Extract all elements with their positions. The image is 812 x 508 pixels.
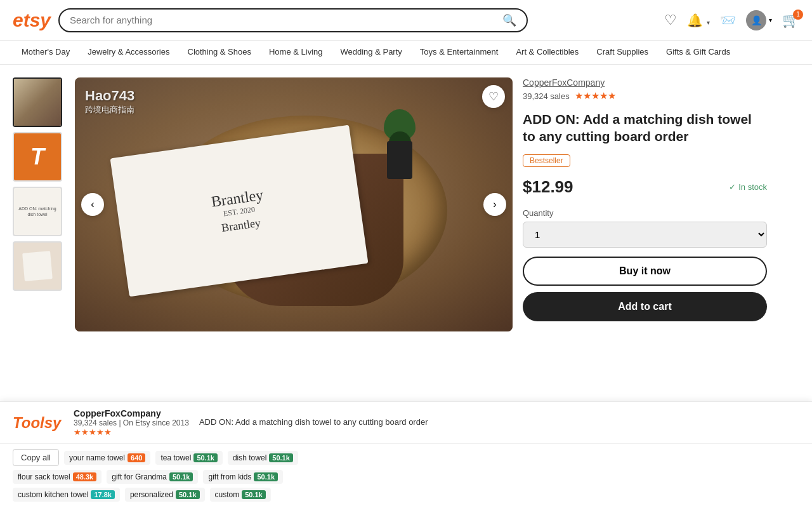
tag-dish-towel[interactable]: dish towel 50.1k bbox=[228, 451, 298, 459]
product-title: ADD ON: Add a matching dish towel to any… bbox=[523, 110, 767, 145]
tag-your-name-towel[interactable]: your name towel 640 bbox=[64, 451, 150, 459]
nav-item-art[interactable]: Art & Collectibles bbox=[507, 41, 587, 64]
bottom-shop-meta: 39,324 sales | On Etsy since 2013 bbox=[74, 418, 189, 427]
bottom-stars: ★★★★★ bbox=[74, 427, 189, 437]
quantity-select[interactable]: 1 2 3 bbox=[523, 222, 767, 248]
search-button[interactable]: 🔍 bbox=[502, 13, 516, 27]
nav-item-craft[interactable]: Craft Supplies bbox=[587, 41, 657, 64]
thumbnail-3[interactable]: ADD ON: matching dish towel bbox=[13, 187, 62, 236]
nav-item-toys[interactable]: Toys & Entertainment bbox=[411, 41, 508, 64]
favorite-button[interactable]: ♡ bbox=[482, 85, 505, 108]
account-chevron-icon: ▾ bbox=[769, 17, 772, 23]
nav-item-gifts[interactable]: Gifts & Gift Cards bbox=[657, 41, 739, 64]
avatar: 👤 bbox=[746, 10, 766, 30]
thumbnail-list: T ADD ON: matching dish towel bbox=[13, 77, 65, 331]
etsy-logo[interactable]: etsy bbox=[13, 10, 51, 31]
buy-now-button[interactable]: Buy it now bbox=[523, 257, 767, 286]
bestseller-badge: Bestseller bbox=[523, 154, 570, 167]
tags-row-1: Copy all your name towel 640 tea towel 5… bbox=[13, 449, 799, 458]
watermark-subtitle: 跨境电商指南 bbox=[85, 104, 134, 116]
sales-count: 39,324 sales bbox=[523, 91, 570, 101]
prev-image-button[interactable]: ‹ bbox=[81, 193, 104, 216]
nav-item-clothing[interactable]: Clothing & Shoes bbox=[179, 41, 260, 64]
header: etsy 🔍 ♡ 🔔 ▾ 📨 👤 ▾ 🛒 1 bbox=[0, 0, 812, 41]
price-row: $12.99 ✓ In stock bbox=[523, 177, 767, 197]
tag-count-badge: 640 bbox=[128, 453, 145, 459]
quantity-label: Quantity bbox=[523, 208, 767, 218]
copy-all-button[interactable]: Copy all bbox=[13, 449, 59, 458]
shop-meta: 39,324 sales ★★★★★ bbox=[523, 90, 767, 102]
main-image-container: Hao743 跨境电商指南 Brantley EST. 2020 Brantle… bbox=[75, 77, 513, 331]
in-stock-label: ✓ In stock bbox=[729, 182, 767, 192]
thumbnail-4[interactable] bbox=[13, 241, 62, 291]
nav-item-wedding[interactable]: Wedding & Party bbox=[332, 41, 411, 64]
tags-section: Copy all your name towel 640 tea towel 5… bbox=[0, 444, 812, 458]
bottom-product-title-right: ADD ON: Add a matching dish towel to any… bbox=[199, 417, 799, 428]
watermark: Hao743 跨境电商指南 bbox=[85, 88, 134, 116]
search-bar: 🔍 bbox=[58, 8, 528, 32]
rating-stars: ★★★★★ bbox=[575, 90, 616, 102]
bottom-shop-info: CopperFoxCompany 39,324 sales | On Etsy … bbox=[74, 408, 189, 437]
add-to-cart-button[interactable]: Add to cart bbox=[523, 292, 767, 321]
main-content: T ADD ON: matching dish towel Hao743 跨境电… bbox=[0, 65, 812, 458]
nav-item-home[interactable]: Home & Living bbox=[260, 41, 332, 64]
product-price: $12.99 bbox=[523, 177, 573, 197]
nav-item-mothers-day[interactable]: Mother's Day bbox=[13, 41, 79, 64]
cart-button[interactable]: 🛒 1 bbox=[782, 12, 799, 29]
header-icons: ♡ 🔔 ▾ 📨 👤 ▾ 🛒 1 bbox=[664, 10, 799, 30]
bottom-shop-name: CopperFoxCompany bbox=[74, 408, 189, 418]
nav-bar: Mother's Day Jewelry & Accessories Cloth… bbox=[0, 41, 812, 65]
product-info: CopperFoxCompany 39,324 sales ★★★★★ ADD … bbox=[523, 77, 767, 331]
tag-label: your name towel bbox=[69, 453, 125, 459]
checkmark-icon: ✓ bbox=[729, 182, 736, 192]
cart-badge: 1 bbox=[793, 10, 803, 20]
next-image-button[interactable]: › bbox=[483, 193, 506, 216]
wishlist-button[interactable]: ♡ bbox=[664, 12, 677, 29]
account-button[interactable]: 👤 ▾ bbox=[746, 10, 772, 30]
thumbnail-1[interactable] bbox=[13, 77, 62, 127]
toolsy-logo: Toolsy bbox=[13, 414, 63, 432]
notification-chevron: ▾ bbox=[707, 19, 710, 26]
watermark-title: Hao743 bbox=[85, 88, 134, 104]
nav-item-jewelry[interactable]: Jewelry & Accessories bbox=[79, 41, 178, 64]
tag-tea-towel[interactable]: tea towel 50.1k bbox=[155, 451, 223, 459]
bottom-shop-bar: Toolsy CopperFoxCompany 39,324 sales | O… bbox=[0, 402, 812, 444]
messages-button[interactable]: 📨 bbox=[720, 13, 736, 28]
search-input[interactable] bbox=[70, 15, 502, 25]
main-image: Brantley EST. 2020 Brantley bbox=[75, 77, 513, 331]
notifications-button[interactable]: 🔔 ▾ bbox=[687, 13, 710, 28]
shop-name[interactable]: CopperFoxCompany bbox=[523, 77, 767, 88]
bottom-overlay: Toolsy CopperFoxCompany 39,324 sales | O… bbox=[0, 401, 812, 458]
thumbnail-2[interactable]: T bbox=[13, 132, 62, 182]
